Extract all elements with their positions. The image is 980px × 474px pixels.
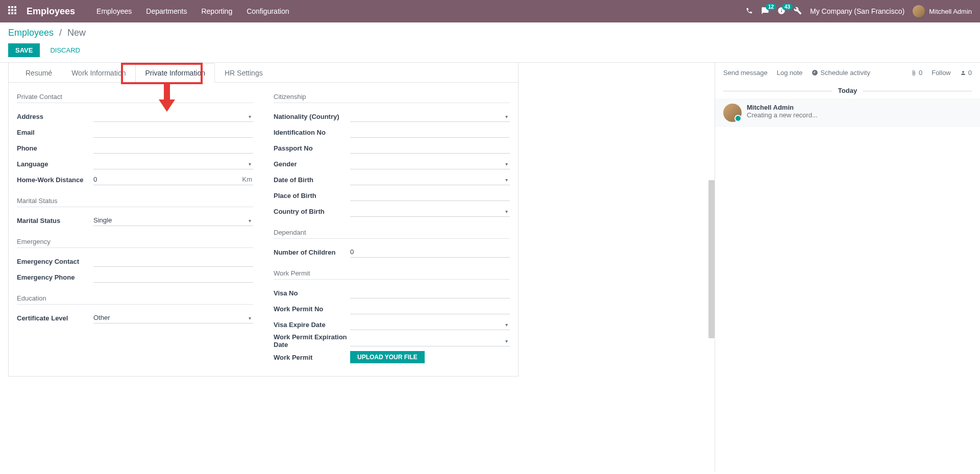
section-marital-status: Marital Status xyxy=(17,197,253,207)
input-place-of-birth[interactable] xyxy=(350,190,510,201)
input-passport-no[interactable] xyxy=(350,142,510,154)
svg-rect-8 xyxy=(14,12,16,14)
input-emergency-phone[interactable] xyxy=(93,271,253,283)
label-place-of-birth: Place of Birth xyxy=(274,192,350,199)
svg-rect-3 xyxy=(8,9,10,11)
breadcrumb-link[interactable]: Employees xyxy=(8,28,54,38)
tab-private-information[interactable]: Private Information xyxy=(135,63,215,83)
label-work-permit-expiration: Work Permit Expiration Date xyxy=(274,333,350,348)
svg-rect-0 xyxy=(8,6,10,8)
label-emergency-phone: Emergency Phone xyxy=(17,273,93,281)
schedule-activity-button[interactable]: Schedule activity xyxy=(812,69,870,77)
discard-button[interactable]: DISCARD xyxy=(46,43,84,57)
svg-rect-4 xyxy=(11,9,13,11)
section-private-contact: Private Contact xyxy=(17,93,253,103)
form-area: Resumé Work Information Private Informat… xyxy=(0,63,715,471)
svg-rect-6 xyxy=(8,12,10,14)
km-unit: Km xyxy=(242,176,253,183)
input-visa-no[interactable] xyxy=(350,287,510,298)
section-dependant: Dependant xyxy=(274,229,510,239)
input-country-of-birth[interactable]: ▾ xyxy=(350,206,510,217)
nav-configuration[interactable]: Configuration xyxy=(247,7,289,15)
nav-reporting[interactable]: Reporting xyxy=(201,7,232,15)
input-gender[interactable]: ▾ xyxy=(350,158,510,169)
person-icon xyxy=(960,70,966,76)
message-avatar-icon xyxy=(723,104,742,122)
breadcrumb-current: New xyxy=(67,28,86,38)
input-identification-no[interactable] xyxy=(350,127,510,138)
clock-icon xyxy=(812,69,818,76)
label-home-work-distance: Home-Work Distance xyxy=(17,176,93,184)
input-certificate-level[interactable]: Other▾ xyxy=(93,312,253,323)
topbar: Employees Employees Departments Reportin… xyxy=(0,0,980,22)
user-menu[interactable]: Mitchell Admin xyxy=(913,5,972,17)
label-certificate-level: Certificate Level xyxy=(17,314,93,322)
message-text: Creating a new record... xyxy=(747,111,972,119)
input-emergency-contact[interactable] xyxy=(93,256,253,267)
followers-button[interactable]: 0 xyxy=(960,69,972,77)
app-brand[interactable]: Employees xyxy=(27,6,75,17)
input-email[interactable] xyxy=(93,127,253,138)
attachments-button[interactable]: 0 xyxy=(911,69,922,77)
label-email: Email xyxy=(17,129,93,136)
tabs: Resumé Work Information Private Informat… xyxy=(9,63,518,83)
section-work-permit: Work Permit xyxy=(274,269,510,280)
label-number-of-children: Number of Children xyxy=(274,248,350,256)
apps-icon[interactable] xyxy=(8,6,16,17)
follow-button[interactable]: Follow xyxy=(932,69,951,77)
user-name: Mitchell Admin xyxy=(929,8,972,15)
label-visa-expire-date: Visa Expire Date xyxy=(274,321,350,329)
tab-work-information[interactable]: Work Information xyxy=(62,63,135,83)
tab-hr-settings[interactable]: HR Settings xyxy=(215,63,273,83)
label-emergency-contact: Emergency Contact xyxy=(17,258,93,265)
label-language: Language xyxy=(17,160,93,168)
tab-resume[interactable]: Resumé xyxy=(16,63,62,83)
nav-departments[interactable]: Departments xyxy=(146,7,187,15)
message-item: Mitchell Admin Creating a new record... xyxy=(715,98,980,127)
chatter: Send message Log note Schedule activity … xyxy=(715,63,980,471)
input-date-of-birth[interactable]: ▾ xyxy=(350,174,510,185)
send-message-button[interactable]: Send message xyxy=(723,69,768,77)
section-citizenship: Citizenship xyxy=(274,93,510,103)
breadcrumb: Employees / New xyxy=(8,28,972,38)
input-marital-status[interactable]: Single▾ xyxy=(93,215,253,226)
label-work-permit: Work Permit xyxy=(274,354,350,361)
upload-file-button[interactable]: UPLOAD YOUR FILE xyxy=(350,351,425,363)
svg-rect-7 xyxy=(11,12,13,14)
label-visa-no: Visa No xyxy=(274,289,350,297)
input-work-permit-expiration[interactable]: ▾ xyxy=(350,335,510,346)
input-nationality[interactable]: ▾ xyxy=(350,111,510,122)
svg-rect-2 xyxy=(14,6,16,8)
save-button[interactable]: SAVE xyxy=(8,43,40,57)
messages-badge: 12 xyxy=(766,4,776,10)
input-number-of-children[interactable]: 0 xyxy=(350,246,510,258)
today-divider: Today xyxy=(723,87,972,94)
label-passport-no: Passport No xyxy=(274,144,350,152)
user-avatar-icon xyxy=(913,5,925,17)
input-language[interactable]: ▾ xyxy=(93,158,253,169)
tools-icon[interactable] xyxy=(794,7,802,16)
nav-employees[interactable]: Employees xyxy=(96,7,132,15)
company-selector[interactable]: My Company (San Francisco) xyxy=(810,7,904,15)
input-work-permit-no[interactable] xyxy=(350,303,510,314)
svg-rect-1 xyxy=(11,6,13,8)
label-address: Address xyxy=(17,113,93,120)
label-marital-status: Marital Status xyxy=(17,217,93,224)
section-education: Education xyxy=(17,294,253,305)
activities-icon[interactable]: 43 xyxy=(777,7,786,16)
log-note-button[interactable]: Log note xyxy=(777,69,803,77)
input-home-work-distance[interactable]: 0 Km xyxy=(93,174,253,185)
label-nationality: Nationality (Country) xyxy=(274,113,350,120)
section-emergency: Emergency xyxy=(17,238,253,248)
scrollbar[interactable] xyxy=(708,180,715,338)
phone-icon[interactable] xyxy=(746,7,753,16)
label-date-of-birth: Date of Birth xyxy=(274,176,350,184)
label-country-of-birth: Country of Birth xyxy=(274,208,350,215)
input-visa-expire-date[interactable]: ▾ xyxy=(350,319,510,330)
input-address[interactable]: ▾ xyxy=(93,111,253,122)
messages-icon[interactable]: 12 xyxy=(761,7,769,16)
label-phone: Phone xyxy=(17,144,93,152)
input-phone[interactable] xyxy=(93,142,253,154)
paperclip-icon xyxy=(911,70,917,76)
message-author: Mitchell Admin xyxy=(747,104,972,111)
